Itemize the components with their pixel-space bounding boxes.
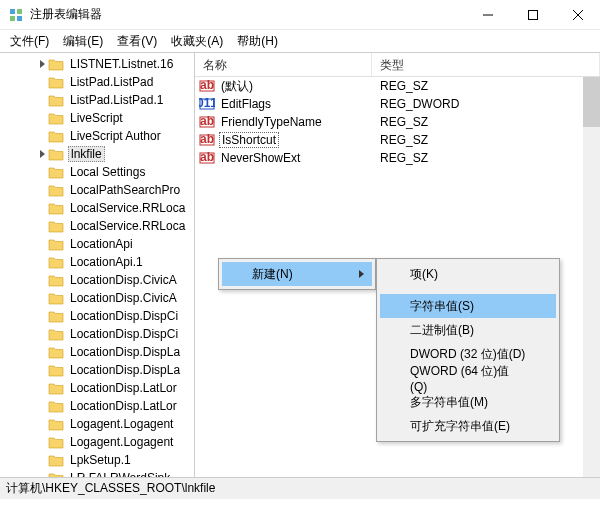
folder-icon <box>48 130 64 143</box>
tree-expander-icon[interactable] <box>36 130 48 142</box>
tree-row[interactable]: ListPad.ListPad <box>0 73 194 91</box>
list-row[interactable]: (默认)REG_SZ <box>195 77 600 95</box>
folder-icon <box>48 400 64 413</box>
menu-file[interactable]: 文件(F) <box>4 31 55 52</box>
list-row[interactable]: NeverShowExtREG_SZ <box>195 149 600 167</box>
value-type: REG_SZ <box>372 115 428 129</box>
tree-row[interactable]: LocationDisp.CivicA <box>0 271 194 289</box>
tree-row[interactable]: LISTNET.Listnet.16 <box>0 55 194 73</box>
tree-expander-icon[interactable] <box>36 328 48 340</box>
tree-expander-icon[interactable] <box>36 112 48 124</box>
status-path: 计算机\HKEY_CLASSES_ROOT\lnkfile <box>6 480 215 497</box>
tree-expander-icon[interactable] <box>36 292 48 304</box>
tree-label: LocationDisp.LatLor <box>68 381 179 395</box>
ctx-key-label: 项(K) <box>410 266 438 283</box>
folder-icon <box>48 310 64 323</box>
submenu-arrow-icon <box>359 267 364 281</box>
menu-help[interactable]: 帮助(H) <box>231 31 284 52</box>
list-row[interactable]: EditFlagsREG_DWORD <box>195 95 600 113</box>
tree-label: LISTNET.Listnet.16 <box>68 57 175 71</box>
tree-row[interactable]: LocalService.RRLoca <box>0 199 194 217</box>
tree-label: LocationDisp.DispCi <box>68 309 180 323</box>
tree-label: Local Settings <box>68 165 147 179</box>
tree-row[interactable]: LocationDisp.DispCi <box>0 307 194 325</box>
tree-expander-icon[interactable] <box>36 94 48 106</box>
list-row[interactable]: FriendlyTypeNameREG_SZ <box>195 113 600 131</box>
tree-row[interactable]: LocationDisp.DispLa <box>0 343 194 361</box>
tree-expander-icon[interactable] <box>36 436 48 448</box>
tree-expander-icon[interactable] <box>36 418 48 430</box>
tree-row[interactable]: LR FALRWordSink <box>0 469 194 477</box>
tree-row[interactable]: ListPad.ListPad.1 <box>0 91 194 109</box>
tree-expander-icon[interactable] <box>36 166 48 178</box>
tree-expander-icon[interactable] <box>36 310 48 322</box>
tree-row[interactable]: LiveScript <box>0 109 194 127</box>
tree-pane[interactable]: LISTNET.Listnet.16ListPad.ListPadListPad… <box>0 53 195 477</box>
vscroll-thumb[interactable] <box>583 77 600 127</box>
tree-expander-icon[interactable] <box>36 454 48 466</box>
value-name: NeverShowExt <box>219 151 302 165</box>
tree-label: Logagent.Logagent <box>68 435 175 449</box>
menu-view[interactable]: 查看(V) <box>111 31 163 52</box>
tree-expander-icon[interactable] <box>36 76 48 88</box>
string-value-icon <box>199 78 215 94</box>
tree-expander-icon[interactable] <box>36 184 48 196</box>
tree-expander-icon[interactable] <box>36 364 48 376</box>
tree-row[interactable]: LocationDisp.DispCi <box>0 325 194 343</box>
folder-icon <box>48 382 64 395</box>
list-row[interactable]: IsShortcutREG_SZ <box>195 131 600 149</box>
ctx-multi[interactable]: 多字符串值(M) <box>380 390 556 414</box>
ctx-key[interactable]: 项(K) <box>380 262 556 286</box>
maximize-button[interactable] <box>510 0 555 30</box>
ctx-multi-label: 多字符串值(M) <box>410 394 488 411</box>
tree-row[interactable]: Logagent.Logagent <box>0 415 194 433</box>
ctx-expand[interactable]: 可扩充字符串值(E) <box>380 414 556 438</box>
tree-expander-icon[interactable] <box>36 238 48 250</box>
tree-row[interactable]: Logagent.Logagent <box>0 433 194 451</box>
ctx-binary-label: 二进制值(B) <box>410 322 474 339</box>
tree-row[interactable]: LocationDisp.DispLa <box>0 361 194 379</box>
ctx-new[interactable]: 新建(N) <box>222 262 372 286</box>
tree-row[interactable]: LocalPathSearchPro <box>0 181 194 199</box>
col-name[interactable]: 名称 <box>195 53 372 76</box>
tree-row[interactable]: LocationApi <box>0 235 194 253</box>
close-button[interactable] <box>555 0 600 30</box>
tree-expander-icon[interactable] <box>36 382 48 394</box>
tree-label: lnkfile <box>68 146 105 162</box>
tree-row[interactable]: LocationDisp.CivicA <box>0 289 194 307</box>
tree-row[interactable]: Local Settings <box>0 163 194 181</box>
tree-row[interactable]: lnkfile <box>0 145 194 163</box>
tree-expander-icon[interactable] <box>36 148 48 160</box>
ctx-string[interactable]: 字符串值(S) <box>380 294 556 318</box>
ctx-new-label: 新建(N) <box>252 266 293 283</box>
tree-expander-icon[interactable] <box>36 400 48 412</box>
tree-expander-icon[interactable] <box>36 256 48 268</box>
tree-label: LpkSetup.1 <box>68 453 133 467</box>
vscroll-track[interactable] <box>583 77 600 477</box>
tree-expander-icon[interactable] <box>36 346 48 358</box>
tree-expander-icon[interactable] <box>36 202 48 214</box>
string-value-icon <box>199 132 215 148</box>
context-submenu: 项(K) 字符串值(S) 二进制值(B) DWORD (32 位)值(D) QW… <box>376 258 560 442</box>
tree-expander-icon[interactable] <box>36 58 48 70</box>
folder-icon <box>48 364 64 377</box>
menu-favorites[interactable]: 收藏夹(A) <box>165 31 229 52</box>
tree-row[interactable]: LocalService.RRLoca <box>0 217 194 235</box>
tree-label: LocationDisp.DispCi <box>68 327 180 341</box>
tree-row[interactable]: LpkSetup.1 <box>0 451 194 469</box>
regedit-icon <box>8 7 24 23</box>
col-type[interactable]: 类型 <box>372 53 600 76</box>
menubar: 文件(F) 编辑(E) 查看(V) 收藏夹(A) 帮助(H) <box>0 30 600 52</box>
tree-row[interactable]: LocationDisp.LatLor <box>0 379 194 397</box>
ctx-qword[interactable]: QWORD (64 位)值(Q) <box>380 366 556 390</box>
tree-expander-icon[interactable] <box>36 274 48 286</box>
tree-row[interactable]: LocationApi.1 <box>0 253 194 271</box>
tree-row[interactable]: LocationDisp.LatLor <box>0 397 194 415</box>
folder-icon <box>48 184 64 197</box>
minimize-button[interactable] <box>465 0 510 30</box>
tree-expander-icon[interactable] <box>36 220 48 232</box>
value-type: REG_SZ <box>372 79 428 93</box>
menu-edit[interactable]: 编辑(E) <box>57 31 109 52</box>
tree-row[interactable]: LiveScript Author <box>0 127 194 145</box>
ctx-binary[interactable]: 二进制值(B) <box>380 318 556 342</box>
